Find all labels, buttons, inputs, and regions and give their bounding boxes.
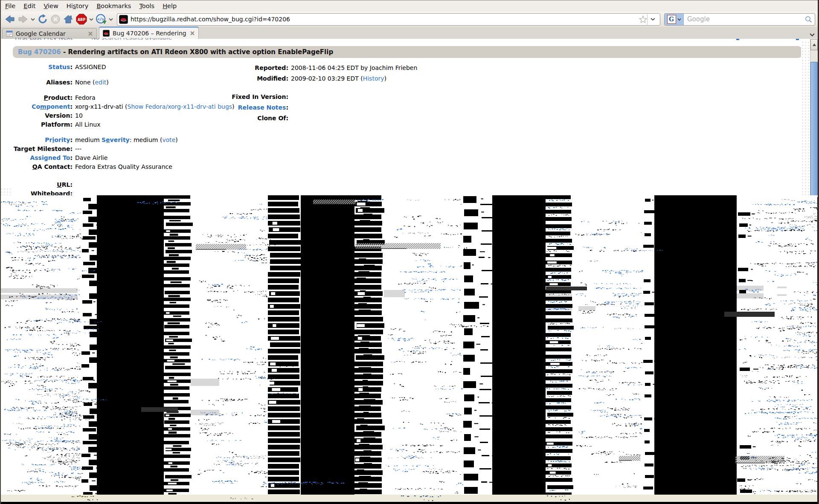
navigation-toolbar: ABP </> (1, 12, 818, 27)
search-engine-button[interactable]: G (665, 14, 684, 25)
field-text: Dave Airlie (75, 154, 107, 161)
forward-button[interactable] (17, 13, 29, 26)
search-engine-chevron-icon (677, 18, 681, 21)
scrollbar-up-button[interactable] (810, 39, 818, 50)
developer-menu-chevron-icon[interactable] (109, 18, 113, 21)
field-row: URL: (13, 180, 235, 189)
inline-link[interactable]: History (363, 75, 384, 82)
stop-button[interactable] (50, 13, 61, 26)
bug-id-link[interactable]: Bug 470206 (18, 48, 61, 56)
field-label: Target Milestone: (13, 145, 73, 154)
dotted-artifact-patch (0, 188, 11, 196)
url-dropdown-chevron-icon[interactable] (647, 14, 658, 25)
inline-link[interactable]: edit (95, 79, 106, 86)
svg-text:</>: </> (97, 17, 104, 21)
menu-bar: FileEditViewHistoryBookmarksToolsHelp (1, 0, 818, 12)
field-text: None ( (75, 79, 95, 86)
field-row: Release Notes: (188, 102, 417, 113)
field-label[interactable]: Release Notes: (188, 102, 288, 113)
field-value: 2008-11-06 04:25 EDT by Joachim Frieben (291, 64, 417, 71)
tab-bug-470206[interactable]: Bug 470206 – Rendering arti... (99, 26, 199, 39)
up-arrow-icon (813, 43, 816, 46)
field-value: Fedora Extras Quality Assurance (75, 163, 172, 170)
field-text: : medium ( (130, 136, 163, 143)
clipped-nav-row: First Last Prev NextNo search results av… (15, 38, 172, 41)
tab-close-icon[interactable] (88, 31, 93, 36)
calendar-icon (6, 30, 13, 37)
field-label[interactable]: Assigned To: (13, 154, 73, 162)
menu-history[interactable]: History (65, 2, 90, 10)
field-text: ) (384, 75, 386, 82)
field-label[interactable]: Severity (102, 136, 130, 143)
field-label: Platform: (13, 120, 73, 129)
field-label: Reported: (188, 63, 288, 73)
field-label[interactable]: Priority: (13, 136, 73, 145)
field-text: xorg-x11-drv-ati ( (75, 103, 128, 110)
field-text: --- (75, 145, 81, 152)
field-label: URL: (13, 180, 73, 189)
bug-fields-right-column: Reported:2008-11-06 04:25 EDT by Joachim… (188, 63, 417, 124)
search-magnifier-icon[interactable] (804, 15, 815, 23)
search-box[interactable]: G (664, 13, 815, 26)
web-developer-icon[interactable]: </> (96, 13, 107, 26)
url-input[interactable] (128, 16, 639, 23)
inline-link[interactable]: vote (162, 136, 175, 143)
bug-title-sep: - (61, 48, 68, 56)
field-row: Reported:2008-11-06 04:25 EDT by Joachim… (188, 63, 417, 73)
field-value: Dave Airlie (75, 154, 107, 161)
bug-title-text: Rendering artifacts on ATI Rdeon X800 wi… (68, 48, 333, 56)
field-value: --- (75, 145, 81, 152)
list-all-tabs-chevron-icon[interactable] (809, 30, 815, 38)
corrupted-render-region (0, 195, 819, 504)
home-button[interactable] (63, 13, 74, 26)
menu-file[interactable]: File (4, 2, 17, 10)
field-label: Aliases: (13, 78, 73, 87)
google-logo-icon: G (667, 15, 676, 24)
bookmark-star-icon[interactable] (639, 15, 647, 23)
tab-close-icon[interactable] (190, 31, 195, 36)
search-input[interactable] (684, 15, 804, 23)
tab-label: Bug 470206 – Rendering arti... (113, 30, 187, 37)
site-favicon-redhat-icon (119, 15, 128, 24)
tab-google-calendar[interactable]: Google Calendar (2, 28, 97, 39)
menu-view[interactable]: View (42, 2, 59, 10)
field-value: 10 (75, 112, 83, 119)
window-border-left (0, 0, 1, 504)
adblock-menu-chevron-icon[interactable] (89, 18, 93, 21)
field-row: Clone Of: (188, 113, 417, 124)
clipped-link-fragment (736, 39, 739, 40)
field-label: Modified: (188, 73, 288, 84)
field-text: 10 (75, 112, 83, 119)
field-row: Priority:medium Severity: medium (vote) (13, 136, 235, 145)
field-text: ASSIGNED (75, 64, 106, 70)
field-text: Fedora Extras Quality Assurance (75, 163, 172, 170)
field-text: Fedora (75, 94, 96, 101)
field-text: ) (175, 136, 177, 143)
svg-text:ABP: ABP (78, 18, 85, 22)
url-bar[interactable] (117, 13, 660, 26)
clipped-link-fragment (796, 39, 799, 40)
menu-tools[interactable]: Tools (138, 2, 156, 10)
field-row: Modified:2009-02-10 03:29 EDT (History) (188, 73, 417, 84)
field-value: medium Severity: medium (vote) (75, 136, 178, 143)
nav-links-clipped[interactable]: First Last Prev Next (15, 38, 73, 41)
adblock-plus-icon[interactable]: ABP (76, 13, 87, 26)
menu-help[interactable]: Help (161, 2, 178, 10)
reload-button[interactable] (37, 13, 48, 26)
field-label[interactable]: Component: (13, 102, 73, 111)
scrollbar-thumb[interactable] (810, 62, 818, 197)
back-history-chevron-icon[interactable] (31, 18, 35, 21)
menu-bookmarks[interactable]: Bookmarks (95, 2, 132, 10)
field-label[interactable]: Status: (13, 63, 73, 72)
scrollbar-track-artifact (801, 41, 810, 195)
field-value: None (edit) (75, 79, 109, 86)
field-row: QA Contact:Fedora Extras Quality Assuran… (13, 162, 235, 171)
field-value: 2009-02-10 03:29 EDT (History) (291, 75, 386, 82)
field-text: medium (75, 136, 102, 143)
back-button[interactable] (4, 13, 15, 26)
field-row: Fixed In Version: (188, 92, 417, 102)
tab-label: Google Calendar (16, 30, 85, 37)
menu-edit[interactable]: Edit (22, 2, 37, 10)
field-text: All Linux (75, 121, 101, 128)
field-label: Clone Of: (188, 113, 288, 124)
